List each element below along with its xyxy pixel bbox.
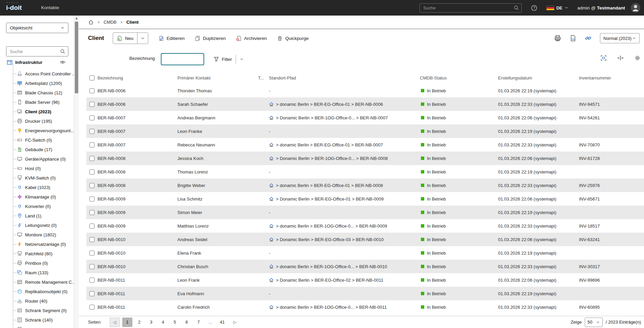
column-resize-button[interactable] [617, 55, 624, 61]
tree-item-drucker-195[interactable]: Drucker (195) [0, 116, 52, 126]
table-row[interactable]: BER-NB-0010 Andreas Seidel > Donamic Ber… [86, 233, 644, 246]
row-checkbox[interactable] [89, 142, 94, 147]
app-logo[interactable]: i-doit [6, 4, 22, 11]
object-view-select[interactable]: Objektsicht [6, 23, 68, 33]
table-row[interactable]: BER-NB-0011 Leon Frank > Donamic Berlin … [86, 273, 644, 287]
column-header-standort-pfad[interactable]: Standort-Pfad [269, 75, 420, 80]
row-checkbox[interactable] [89, 102, 94, 107]
view-select[interactable]: Normal (2023) [600, 33, 640, 43]
row-checkbox[interactable] [89, 291, 94, 296]
page-link-4[interactable]: 4 [158, 320, 168, 325]
duplizieren-button[interactable]: Duplizieren [195, 36, 226, 41]
table-row[interactable]: BER-NB-0008 Thomas Lorenz - In Betrieb 0… [86, 165, 644, 179]
tree-item-patchfeld-60[interactable]: Patchfeld (60) [0, 249, 52, 258]
row-checkbox[interactable] [89, 251, 94, 256]
quickpurge-button[interactable]: Quickpurge [277, 36, 308, 41]
column-header-erstellungsdatum[interactable]: Erstellungsdatum [498, 75, 579, 80]
breadcrumb-cmdb[interactable]: CMDB [104, 20, 116, 25]
table-row[interactable]: BER-NB-0007 Andreas Bergmann > Donamic B… [86, 111, 644, 124]
scrollbar-thumb[interactable] [75, 22, 78, 93]
table-row[interactable]: BER-NB-0006 Thorsten Thomas - In Betrieb… [86, 84, 644, 97]
row-checkbox[interactable] [89, 278, 94, 283]
row-checkbox[interactable] [89, 169, 94, 174]
nav-item-kontakte[interactable]: Kontakte [35, 0, 79, 16]
row-checkbox[interactable] [89, 305, 94, 310]
row-checkbox[interactable] [89, 183, 94, 188]
table-row[interactable]: BER-NB-0009 Matthias Lorenz > donamic Be… [86, 219, 644, 233]
csv-export-button[interactable]: CSV [570, 35, 576, 42]
table-row[interactable]: BER-NB-0011 Carolin Friedrich > donamic … [86, 300, 644, 314]
editieren-button[interactable]: Editieren [158, 36, 185, 41]
page-link-2[interactable]: 2 [134, 320, 144, 325]
tree-item-klimaanlage-0[interactable]: Klimaanlage (0) [0, 192, 56, 202]
tree-item-partial[interactable] [0, 325, 25, 328]
table-row[interactable]: BER-NB-0008 Jessica Koch > Donamic Berli… [86, 151, 644, 165]
row-checkbox[interactable] [89, 156, 94, 161]
tree-item-monitore-1802[interactable]: Monitore (1802) [0, 230, 56, 239]
row-checkbox[interactable] [89, 196, 94, 202]
permalink-button[interactable] [585, 35, 592, 42]
tree-item-raum-133[interactable]: Raum (133) [0, 268, 48, 277]
row-checkbox[interactable] [89, 224, 94, 229]
scrollbar-up-arrow[interactable]: ▲ [74, 16, 79, 21]
new-button-dropdown[interactable] [137, 33, 148, 44]
table-row[interactable]: BER-NB-0007 Rebecca Neumann > donamic Be… [86, 138, 644, 151]
row-checkbox[interactable] [89, 88, 94, 93]
home-icon[interactable] [88, 19, 94, 25]
table-row[interactable]: BER-NB-0009 Simon Meier - In Betrieb 01.… [86, 206, 644, 219]
row-checkbox[interactable] [89, 210, 94, 215]
help-icon[interactable]: ? [531, 5, 537, 11]
select-all-checkbox[interactable] [89, 75, 94, 80]
tree-item-blade-server-96[interactable]: Blade Server (96) [0, 97, 60, 107]
table-row[interactable]: BER-NB-0010 Christian Busch > donamic Be… [86, 260, 644, 273]
tree-item-remote-management-c[interactable]: Remote Management C... [0, 277, 74, 287]
tree-item-host-0[interactable]: Host (0) [0, 164, 41, 173]
tree-item-kabel-1023[interactable]: Kabel (1023) [0, 183, 50, 192]
row-checkbox[interactable] [89, 237, 94, 242]
tree-item-blade-chassis-12[interactable]: Blade Chassis (12) [0, 88, 62, 97]
column-header-bezeichnung[interactable]: Bezeichnung [98, 75, 177, 80]
chevron-down-icon[interactable] [240, 57, 244, 61]
page-link-3[interactable]: 3 [146, 320, 156, 325]
page-size-select[interactable]: 50 [585, 318, 603, 327]
table-row[interactable]: BER-NB-0008 Brigitte Weber > donamic Ber… [86, 179, 644, 192]
user-menu[interactable]: admin @ Testmandant [577, 5, 625, 10]
print-button[interactable] [554, 35, 561, 42]
tree-item-netzersatzanlage-0[interactable]: Netzersatzanlage (0) [0, 239, 66, 249]
column-header-primärer-kontakt[interactable]: Primärer Kontakt [177, 75, 258, 80]
new-button[interactable]: Neu [113, 33, 137, 44]
row-checkbox[interactable] [89, 115, 94, 120]
avatar[interactable] [630, 3, 641, 13]
settings-button[interactable] [634, 55, 641, 61]
search-icon[interactable] [514, 5, 519, 10]
tree-item-client-2023[interactable]: Client (2023) [0, 107, 51, 116]
language-selector[interactable]: DE [546, 5, 568, 10]
tree-item-gebäude-17[interactable]: Gebäude (17) [0, 145, 52, 154]
tree-item-schrank-140[interactable]: Schrank (140) [0, 315, 53, 325]
tree-item-leitungsnetz-0[interactable]: Leitungsnetz (0) [0, 220, 57, 230]
tree-item-schrank-segment-0[interactable]: Schrank Segment (0) [0, 306, 67, 315]
tree-item-arbeitsplatz-1200[interactable]: Arbeitsplatz (1200) [0, 78, 62, 88]
page-link-6[interactable]: 6 [182, 320, 192, 325]
table-row[interactable]: BER-NB-0006 Sarah Schaefer > donamic Ber… [86, 97, 644, 111]
table-row[interactable]: BER-NB-0010 Elena Frank - In Betrieb 01.… [86, 246, 644, 260]
column-header-inventarnummer[interactable]: Inventarnummer [579, 75, 644, 80]
sidebar-scrollbar[interactable]: ▲ [74, 16, 79, 328]
tree-item-replikationsobjekt-0[interactable]: Replikationsobjekt (0) [0, 287, 67, 296]
tree-item-router-40[interactable]: Router (40) [0, 296, 47, 306]
filter-button[interactable]: Filter [214, 53, 244, 65]
table-row[interactable]: BER-NB-0007 Leon Franke - In Betrieb 01.… [86, 124, 644, 138]
page-link-41[interactable]: 41 [217, 320, 227, 325]
bezeichnung-filter-input[interactable] [161, 53, 204, 65]
sidebar-search-input[interactable] [6, 49, 60, 54]
tree-item-geräte-appliance-0[interactable]: Geräte/Appliance (0) [0, 154, 66, 164]
tree-item-access-point-controller[interactable]: Access Point Controller ... [0, 69, 74, 78]
column-header-cmdb-status[interactable]: CMDB-Status [420, 75, 498, 80]
tree-item-kvm-switch-0[interactable]: KVM-Switch (0) [0, 173, 56, 183]
table-row[interactable]: BER-NB-0011 Eva Hofmann - In Betrieb 01.… [86, 287, 644, 300]
fullscreen-button[interactable] [600, 55, 607, 61]
next-page-button[interactable]: ▷ [230, 318, 240, 327]
row-checkbox[interactable] [89, 129, 94, 134]
table-row[interactable]: BER-NB-0009 Lisa Schmitz > Donamic Berli… [86, 192, 644, 206]
archivieren-button[interactable]: Archivieren [236, 36, 267, 41]
